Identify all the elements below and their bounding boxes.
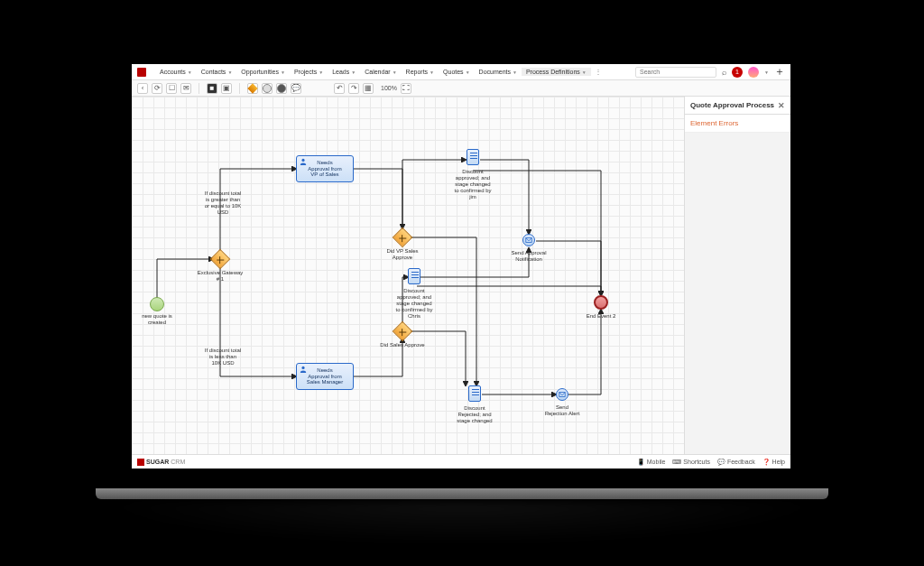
send-rejection-alert[interactable] xyxy=(556,388,568,401)
quick-create-icon[interactable]: ＋ xyxy=(774,64,785,79)
search-icon[interactable]: ⌕ xyxy=(722,68,726,77)
task-tool-icon[interactable]: ■ xyxy=(207,83,217,94)
brand-text-1: SUGAR xyxy=(146,459,169,465)
zoom-fit-icon[interactable]: ⛶ xyxy=(401,83,411,94)
send-approval-notification[interactable] xyxy=(522,234,535,246)
footer-help[interactable]: ❓ Help xyxy=(762,459,785,466)
end-event-label: End Event 2 xyxy=(581,313,621,320)
footer-mobile[interactable]: 📱 Mobile xyxy=(637,459,666,466)
nav-projects[interactable]: Projects▼ xyxy=(290,68,328,76)
annotation-tool-icon[interactable]: 💬 xyxy=(291,83,301,94)
main-nav: Accounts▼ Contacts▼ Opportunities▼ Proje… xyxy=(155,68,605,76)
nav-documents[interactable]: Documents▼ xyxy=(475,68,522,76)
action-discount-rejected[interactable] xyxy=(468,385,481,402)
notification-badge[interactable]: 1 xyxy=(732,67,743,78)
nav-quotes[interactable]: Quotes▼ xyxy=(439,68,475,76)
separator xyxy=(199,83,199,94)
nav-label: Leads xyxy=(332,69,349,75)
nav-reports[interactable]: Reports▼ xyxy=(402,68,439,76)
designer-toolbar: ‹ ⟳ ☐ ✉ ■ ▣ 💬 ↶ ↷ ▦ 100% ⛶ xyxy=(132,80,790,97)
user-icon xyxy=(300,366,307,373)
end-event-2[interactable] xyxy=(594,295,608,310)
user-avatar[interactable] xyxy=(748,67,759,78)
link-label: Shortcuts xyxy=(683,459,710,465)
nav-label: Quotes xyxy=(443,69,464,75)
app-logo-icon[interactable] xyxy=(137,68,146,77)
search-input[interactable] xyxy=(635,67,716,78)
action-discount-approved-jim[interactable] xyxy=(467,149,479,165)
footer-feedback[interactable]: 💬 Feedback xyxy=(717,459,755,466)
top-navbar: Accounts▼ Contacts▼ Opportunities▼ Proje… xyxy=(132,64,790,80)
exclusive-gateway-1[interactable] xyxy=(210,249,231,270)
subprocess-tool-icon[interactable]: ▣ xyxy=(221,83,232,94)
sidebar-body xyxy=(685,133,790,454)
footer-links: 📱 Mobile ⌨ Shortcuts 💬 Feedback ❓ Help xyxy=(637,459,785,466)
nav-process-definitions[interactable]: Process Definitions▼ xyxy=(522,68,591,76)
nav-contacts[interactable]: Contacts▼ xyxy=(197,68,237,76)
intermediate-label: Send Rejection Alert xyxy=(540,404,585,417)
errors-sidebar: Quote Approval Process ✕ Element Errors xyxy=(684,97,790,454)
nav-opportunities[interactable]: Opportunities▼ xyxy=(236,68,290,76)
process-canvas[interactable]: new quote is created Exclusive Gateway #… xyxy=(132,97,684,454)
nav-label: Projects xyxy=(294,69,317,75)
gateway-1-label: Exclusive Gateway # 1 xyxy=(191,270,249,283)
brand[interactable]: SUGARCRM xyxy=(137,459,185,466)
gateway-3-label: Did Sales Approve xyxy=(375,342,430,348)
intermediate-label: Send Approval Notification xyxy=(504,250,554,263)
condition-lt-10k: If discount total is less than 10K USD xyxy=(197,348,249,367)
gateway-vp-approve[interactable] xyxy=(393,227,413,248)
chevron-down-icon: ▼ xyxy=(393,70,397,75)
undo-icon[interactable]: ↶ xyxy=(334,83,345,94)
close-icon[interactable]: ✕ xyxy=(778,101,785,110)
redo-icon[interactable]: ↷ xyxy=(348,83,359,94)
link-label: Help xyxy=(772,459,785,465)
condition-ge-10k: If discount total is greater than or equ… xyxy=(197,190,249,216)
nav-leads[interactable]: Leads▼ xyxy=(328,68,360,76)
zoom-level: 100% xyxy=(381,85,397,91)
inbox-icon[interactable]: ☐ xyxy=(166,83,177,94)
nav-calendar[interactable]: Calendar▼ xyxy=(360,68,401,76)
gateway-2-label: Did VP Sales Approve xyxy=(377,248,428,261)
chevron-down-icon[interactable]: ▼ xyxy=(764,70,769,75)
chevron-down-icon: ▼ xyxy=(351,70,356,75)
brand-cube-icon xyxy=(137,459,144,466)
envelope-icon[interactable]: ✉ xyxy=(180,83,191,94)
tab-element-errors[interactable]: Element Errors xyxy=(685,115,790,133)
chevron-down-icon: ▼ xyxy=(281,70,285,75)
nav-overflow-icon[interactable]: ⋮ xyxy=(591,68,605,76)
action-discount-approved-chris[interactable] xyxy=(408,268,420,284)
nav-label: Calendar xyxy=(365,69,390,75)
nav-label: Accounts xyxy=(160,69,186,75)
chevron-down-icon: ▼ xyxy=(582,70,587,75)
back-icon[interactable]: ‹ xyxy=(137,83,148,94)
footer-shortcuts[interactable]: ⌨ Shortcuts xyxy=(672,459,710,466)
chevron-down-icon: ▼ xyxy=(466,70,470,75)
end-event-tool-icon[interactable] xyxy=(276,83,287,94)
nav-label: Opportunities xyxy=(241,69,279,75)
envelope-icon xyxy=(559,391,566,398)
separator xyxy=(239,83,240,94)
doc-label: Discount approved; and stage changed to … xyxy=(448,169,498,199)
nav-label: Reports xyxy=(406,69,429,75)
gateway-tool-icon[interactable] xyxy=(247,83,258,94)
user-icon xyxy=(300,158,307,165)
process-title: Quote Approval Process xyxy=(690,101,774,109)
laptop-bezel: Accounts▼ Contacts▼ Opportunities▼ Proje… xyxy=(114,50,808,490)
link-label: Feedback xyxy=(727,459,755,465)
task-approval-sales-manager[interactable]: Needs Approval from Sales Manager xyxy=(296,363,354,390)
chevron-down-icon: ▼ xyxy=(188,70,192,75)
gateway-sales-approve[interactable] xyxy=(393,321,413,342)
start-event-tool-icon[interactable] xyxy=(262,83,273,94)
app-screen: Accounts▼ Contacts▼ Opportunities▼ Proje… xyxy=(132,64,790,469)
chevron-down-icon: ▼ xyxy=(227,70,232,75)
brand-text-2: CRM xyxy=(171,459,185,465)
task-approval-vp-sales[interactable]: Needs Approval from VP of Sales xyxy=(296,155,354,182)
svg-point-0 xyxy=(301,159,304,162)
refresh-icon[interactable]: ⟳ xyxy=(152,83,162,94)
envelope-icon xyxy=(525,237,532,244)
nav-label: Process Definitions xyxy=(526,69,580,75)
grid-icon[interactable]: ▦ xyxy=(363,83,374,94)
nav-accounts[interactable]: Accounts▼ xyxy=(155,68,197,76)
start-event[interactable] xyxy=(150,297,164,311)
app-body: new quote is created Exclusive Gateway #… xyxy=(132,97,790,454)
